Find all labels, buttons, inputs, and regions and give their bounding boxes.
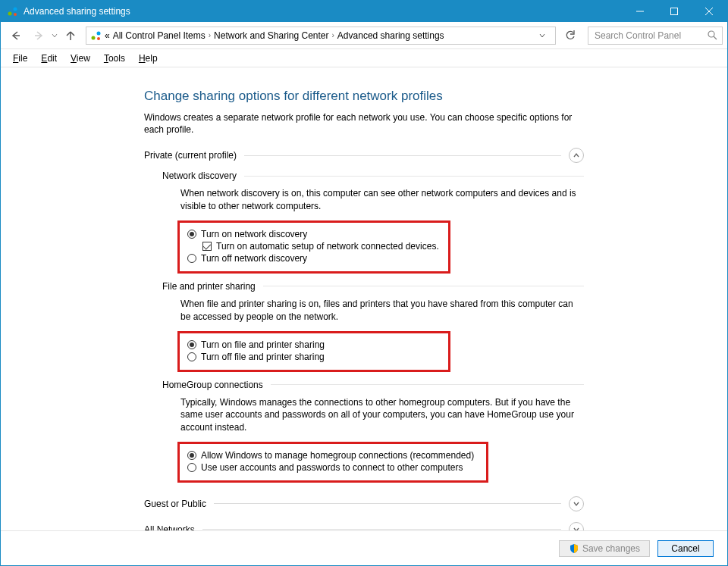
section-homegroup: HomeGroup connections Typically, Windows… (162, 380, 584, 483)
section-heading: File and printer sharing (162, 281, 256, 292)
profile-all-header[interactable]: All Networks (144, 522, 584, 530)
close-button[interactable] (691, 1, 727, 22)
radio-icon (187, 230, 196, 239)
checkbox-nd-auto[interactable]: Turn on automatic setup of network conne… (202, 241, 441, 252)
cancel-button-label: Cancel (671, 543, 699, 554)
shield-icon (569, 543, 579, 554)
breadcrumb-dropdown[interactable] (538, 32, 552, 39)
section-heading: Network discovery (162, 170, 237, 181)
radio-icon (187, 352, 196, 361)
option-label: Turn on automatic setup of network conne… (216, 241, 439, 252)
refresh-button[interactable] (560, 27, 580, 45)
svg-point-10 (97, 31, 101, 35)
highlight-box: Allow Windows to manage homegroup connec… (177, 442, 488, 483)
window-title: Advanced sharing settings (24, 6, 130, 17)
maximize-button[interactable] (657, 1, 691, 22)
save-button-label: Save changes (582, 543, 640, 554)
option-label: Turn off file and printer sharing (201, 352, 325, 362)
breadcrumb-item[interactable]: Advanced sharing settings (337, 30, 444, 41)
menu-help[interactable]: Help (134, 52, 162, 65)
radio-icon (187, 463, 196, 472)
collapse-button[interactable] (569, 148, 584, 163)
option-label: Allow Windows to manage homegroup connec… (201, 450, 474, 461)
menu-view[interactable]: View (66, 52, 95, 65)
navigation-bar: « All Control Panel Items › Network and … (1, 22, 727, 49)
highlight-box: Turn on file and printer sharing Turn of… (177, 331, 450, 372)
content-area: Change sharing options for different net… (1, 67, 727, 530)
option-label: Turn off network discovery (201, 253, 307, 264)
section-description: Typically, Windows manages the connectio… (180, 396, 584, 434)
option-label: Turn on network discovery (201, 229, 307, 239)
divider (263, 286, 584, 286)
profile-private-header[interactable]: Private (current profile) (144, 148, 584, 163)
profile-guest-label: Guest or Public (144, 499, 206, 509)
divider (202, 529, 561, 530)
radio-fp-off[interactable]: Turn off file and printer sharing (187, 352, 441, 362)
window-controls (623, 1, 727, 22)
minimize-button[interactable] (623, 1, 657, 22)
radio-nd-on[interactable]: Turn on network discovery (187, 229, 441, 239)
up-button[interactable] (60, 26, 81, 45)
menu-bar: F/*noop*/ile Edit View Tools Help (1, 49, 727, 67)
divider (244, 155, 561, 156)
svg-point-9 (92, 36, 96, 39)
divider (244, 176, 584, 177)
page-intro: Windows creates a separate network profi… (144, 111, 584, 136)
search-box[interactable] (588, 27, 723, 45)
footer-bar: Save changes Cancel (1, 530, 727, 565)
app-icon (7, 5, 19, 17)
forward-button[interactable] (28, 26, 49, 45)
svg-point-0 (8, 12, 12, 16)
back-button[interactable] (5, 26, 27, 45)
cancel-button[interactable]: Cancel (657, 540, 714, 557)
search-input[interactable] (593, 30, 717, 42)
radio-hg-user[interactable]: Use user accounts and passwords to conne… (187, 462, 479, 473)
radio-fp-on[interactable]: Turn on file and printer sharing (187, 339, 441, 350)
chevron-right-icon: › (332, 31, 334, 39)
expand-button[interactable] (569, 496, 584, 511)
section-description: When file and printer sharing is on, fil… (180, 298, 584, 324)
divider (214, 503, 561, 504)
breadcrumb-prefix: « (105, 30, 110, 41)
section-heading: HomeGroup connections (162, 380, 263, 390)
section-description: When network discovery is on, this compu… (180, 187, 584, 213)
radio-icon (187, 254, 196, 263)
breadcrumb-item[interactable]: All Control Panel Items (113, 30, 206, 41)
svg-point-1 (14, 8, 17, 11)
radio-hg-allow[interactable]: Allow Windows to manage homegroup connec… (187, 450, 479, 461)
section-file-printer: File and printer sharing When file and p… (162, 281, 584, 372)
section-network-discovery: Network discovery When network discovery… (162, 170, 584, 274)
svg-line-13 (714, 36, 717, 39)
expand-button[interactable] (569, 522, 584, 530)
svg-rect-4 (670, 8, 677, 15)
svg-point-2 (14, 13, 17, 16)
radio-icon (187, 340, 196, 349)
radio-icon (187, 451, 196, 460)
breadcrumb[interactable]: « All Control Panel Items › Network and … (86, 27, 556, 45)
location-icon (89, 29, 103, 42)
radio-nd-off[interactable]: Turn off network discovery (187, 253, 441, 264)
svg-point-12 (708, 31, 714, 37)
page-heading: Change sharing options for different net… (144, 89, 584, 104)
highlight-box: Turn on network discovery Turn on automa… (177, 220, 450, 274)
profile-private-label: Private (current profile) (144, 150, 237, 161)
breadcrumb-item[interactable]: Network and Sharing Center (214, 30, 328, 41)
recent-locations-dropdown[interactable] (51, 33, 58, 39)
menu-tools[interactable]: Tools (99, 52, 130, 65)
search-icon (708, 30, 717, 40)
option-label: Use user accounts and passwords to conne… (201, 462, 463, 473)
menu-file[interactable]: F/*noop*/ile (8, 52, 32, 65)
divider (271, 384, 584, 385)
option-label: Turn on file and printer sharing (201, 339, 325, 350)
profile-all-label: All Networks (144, 524, 195, 530)
chevron-right-icon: › (209, 31, 211, 39)
checkbox-icon (202, 242, 212, 251)
profile-guest-header[interactable]: Guest or Public (144, 496, 584, 511)
menu-edit[interactable]: Edit (36, 52, 61, 65)
svg-point-11 (97, 37, 100, 40)
title-bar: Advanced sharing settings (1, 1, 727, 22)
save-changes-button[interactable]: Save changes (559, 540, 650, 557)
